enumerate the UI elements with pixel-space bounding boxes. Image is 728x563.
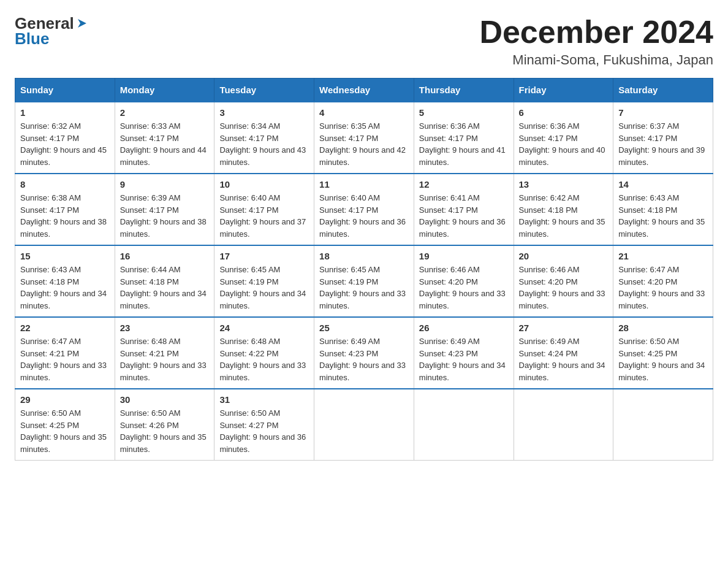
title-block: December 2024 Minami-Soma, Fukushima, Ja… bbox=[479, 15, 713, 68]
day-number: 9 bbox=[120, 179, 210, 190]
day-number: 18 bbox=[319, 251, 409, 261]
day-info: Sunrise: 6:33 AMSunset: 4:17 PMDaylight:… bbox=[120, 120, 210, 168]
page-header: General Blue December 2024 Minami-Soma, … bbox=[15, 15, 713, 68]
calendar-cell: 3Sunrise: 6:34 AMSunset: 4:17 PMDaylight… bbox=[214, 102, 314, 174]
day-number: 11 bbox=[319, 179, 409, 190]
logo-blue: Blue bbox=[15, 30, 89, 48]
day-info: Sunrise: 6:50 AMSunset: 4:25 PMDaylight:… bbox=[20, 407, 110, 455]
day-info: Sunrise: 6:43 AMSunset: 4:18 PMDaylight:… bbox=[618, 192, 708, 240]
day-info: Sunrise: 6:46 AMSunset: 4:20 PMDaylight:… bbox=[419, 264, 509, 312]
day-number: 4 bbox=[319, 107, 409, 118]
week-row-4: 22Sunrise: 6:47 AMSunset: 4:21 PMDayligh… bbox=[15, 317, 713, 389]
day-info: Sunrise: 6:37 AMSunset: 4:17 PMDaylight:… bbox=[618, 120, 708, 168]
calendar-cell: 30Sunrise: 6:50 AMSunset: 4:26 PMDayligh… bbox=[115, 389, 214, 461]
calendar-cell: 26Sunrise: 6:49 AMSunset: 4:23 PMDayligh… bbox=[414, 317, 514, 389]
day-info: Sunrise: 6:47 AMSunset: 4:20 PMDaylight:… bbox=[618, 264, 708, 312]
day-info: Sunrise: 6:43 AMSunset: 4:18 PMDaylight:… bbox=[20, 264, 110, 312]
calendar-cell: 7Sunrise: 6:37 AMSunset: 4:17 PMDaylight… bbox=[613, 102, 713, 174]
calendar-cell bbox=[514, 389, 613, 461]
day-info: Sunrise: 6:41 AMSunset: 4:17 PMDaylight:… bbox=[419, 192, 509, 240]
day-info: Sunrise: 6:34 AMSunset: 4:17 PMDaylight:… bbox=[219, 120, 309, 168]
day-number: 23 bbox=[120, 323, 210, 333]
calendar-cell: 1Sunrise: 6:32 AMSunset: 4:17 PMDaylight… bbox=[15, 102, 115, 174]
day-number: 20 bbox=[519, 251, 609, 261]
week-row-1: 1Sunrise: 6:32 AMSunset: 4:17 PMDaylight… bbox=[15, 102, 713, 174]
day-number: 14 bbox=[618, 179, 708, 190]
calendar-cell: 8Sunrise: 6:38 AMSunset: 4:17 PMDaylight… bbox=[15, 174, 115, 245]
day-info: Sunrise: 6:44 AMSunset: 4:18 PMDaylight:… bbox=[120, 264, 210, 312]
day-info: Sunrise: 6:50 AMSunset: 4:27 PMDaylight:… bbox=[219, 407, 309, 455]
header-thursday: Thursday bbox=[414, 79, 514, 102]
calendar-cell: 24Sunrise: 6:48 AMSunset: 4:22 PMDayligh… bbox=[214, 317, 314, 389]
day-info: Sunrise: 6:35 AMSunset: 4:17 PMDaylight:… bbox=[319, 120, 409, 168]
calendar-title: December 2024 bbox=[479, 15, 713, 50]
calendar-cell: 6Sunrise: 6:36 AMSunset: 4:17 PMDaylight… bbox=[514, 102, 613, 174]
svg-marker-0 bbox=[78, 19, 86, 28]
day-number: 28 bbox=[618, 323, 708, 333]
calendar-subtitle: Minami-Soma, Fukushima, Japan bbox=[479, 52, 713, 68]
calendar-header-row: SundayMondayTuesdayWednesdayThursdayFrid… bbox=[15, 79, 713, 102]
header-saturday: Saturday bbox=[613, 79, 713, 102]
calendar-cell: 2Sunrise: 6:33 AMSunset: 4:17 PMDaylight… bbox=[115, 102, 214, 174]
week-row-5: 29Sunrise: 6:50 AMSunset: 4:25 PMDayligh… bbox=[15, 389, 713, 461]
day-info: Sunrise: 6:32 AMSunset: 4:17 PMDaylight:… bbox=[20, 120, 110, 168]
day-number: 13 bbox=[519, 179, 609, 190]
calendar-cell: 15Sunrise: 6:43 AMSunset: 4:18 PMDayligh… bbox=[15, 245, 115, 317]
day-number: 29 bbox=[20, 394, 110, 405]
day-number: 21 bbox=[618, 251, 708, 261]
day-number: 19 bbox=[419, 251, 509, 261]
day-info: Sunrise: 6:49 AMSunset: 4:24 PMDaylight:… bbox=[519, 335, 609, 383]
calendar-cell: 28Sunrise: 6:50 AMSunset: 4:25 PMDayligh… bbox=[613, 317, 713, 389]
calendar-cell bbox=[314, 389, 414, 461]
day-info: Sunrise: 6:39 AMSunset: 4:17 PMDaylight:… bbox=[120, 192, 210, 240]
calendar-cell: 23Sunrise: 6:48 AMSunset: 4:21 PMDayligh… bbox=[115, 317, 214, 389]
day-info: Sunrise: 6:36 AMSunset: 4:17 PMDaylight:… bbox=[419, 120, 509, 168]
calendar-table: SundayMondayTuesdayWednesdayThursdayFrid… bbox=[15, 78, 713, 461]
calendar-cell: 5Sunrise: 6:36 AMSunset: 4:17 PMDaylight… bbox=[414, 102, 514, 174]
calendar-cell: 12Sunrise: 6:41 AMSunset: 4:17 PMDayligh… bbox=[414, 174, 514, 245]
day-number: 6 bbox=[519, 107, 609, 118]
calendar-cell: 18Sunrise: 6:45 AMSunset: 4:19 PMDayligh… bbox=[314, 245, 414, 317]
day-number: 17 bbox=[219, 251, 309, 261]
day-info: Sunrise: 6:40 AMSunset: 4:17 PMDaylight:… bbox=[219, 192, 309, 240]
calendar-cell: 16Sunrise: 6:44 AMSunset: 4:18 PMDayligh… bbox=[115, 245, 214, 317]
header-sunday: Sunday bbox=[15, 79, 115, 102]
calendar-cell: 31Sunrise: 6:50 AMSunset: 4:27 PMDayligh… bbox=[214, 389, 314, 461]
day-number: 26 bbox=[419, 323, 509, 333]
day-number: 31 bbox=[219, 394, 309, 405]
week-row-2: 8Sunrise: 6:38 AMSunset: 4:17 PMDaylight… bbox=[15, 174, 713, 245]
day-number: 27 bbox=[519, 323, 609, 333]
calendar-cell: 11Sunrise: 6:40 AMSunset: 4:17 PMDayligh… bbox=[314, 174, 414, 245]
day-number: 24 bbox=[219, 323, 309, 333]
week-row-3: 15Sunrise: 6:43 AMSunset: 4:18 PMDayligh… bbox=[15, 245, 713, 317]
day-info: Sunrise: 6:48 AMSunset: 4:21 PMDaylight:… bbox=[120, 335, 210, 383]
day-number: 16 bbox=[120, 251, 210, 261]
day-info: Sunrise: 6:45 AMSunset: 4:19 PMDaylight:… bbox=[319, 264, 409, 312]
day-number: 3 bbox=[219, 107, 309, 118]
calendar-cell bbox=[414, 389, 514, 461]
calendar-cell: 17Sunrise: 6:45 AMSunset: 4:19 PMDayligh… bbox=[214, 245, 314, 317]
calendar-cell: 29Sunrise: 6:50 AMSunset: 4:25 PMDayligh… bbox=[15, 389, 115, 461]
day-info: Sunrise: 6:42 AMSunset: 4:18 PMDaylight:… bbox=[519, 192, 609, 240]
calendar-cell: 25Sunrise: 6:49 AMSunset: 4:23 PMDayligh… bbox=[314, 317, 414, 389]
header-wednesday: Wednesday bbox=[314, 79, 414, 102]
day-info: Sunrise: 6:36 AMSunset: 4:17 PMDaylight:… bbox=[519, 120, 609, 168]
day-info: Sunrise: 6:45 AMSunset: 4:19 PMDaylight:… bbox=[219, 264, 309, 312]
day-info: Sunrise: 6:49 AMSunset: 4:23 PMDaylight:… bbox=[319, 335, 409, 383]
day-number: 30 bbox=[120, 394, 210, 405]
day-info: Sunrise: 6:48 AMSunset: 4:22 PMDaylight:… bbox=[219, 335, 309, 383]
header-friday: Friday bbox=[514, 79, 613, 102]
day-info: Sunrise: 6:40 AMSunset: 4:17 PMDaylight:… bbox=[319, 192, 409, 240]
header-tuesday: Tuesday bbox=[214, 79, 314, 102]
logo: General Blue bbox=[15, 15, 89, 47]
day-info: Sunrise: 6:49 AMSunset: 4:23 PMDaylight:… bbox=[419, 335, 509, 383]
day-info: Sunrise: 6:46 AMSunset: 4:20 PMDaylight:… bbox=[519, 264, 609, 312]
day-number: 1 bbox=[20, 107, 110, 118]
day-info: Sunrise: 6:38 AMSunset: 4:17 PMDaylight:… bbox=[20, 192, 110, 240]
day-info: Sunrise: 6:47 AMSunset: 4:21 PMDaylight:… bbox=[20, 335, 110, 383]
calendar-cell: 13Sunrise: 6:42 AMSunset: 4:18 PMDayligh… bbox=[514, 174, 613, 245]
day-number: 7 bbox=[618, 107, 708, 118]
calendar-cell: 9Sunrise: 6:39 AMSunset: 4:17 PMDaylight… bbox=[115, 174, 214, 245]
day-number: 2 bbox=[120, 107, 210, 118]
calendar-cell: 19Sunrise: 6:46 AMSunset: 4:20 PMDayligh… bbox=[414, 245, 514, 317]
